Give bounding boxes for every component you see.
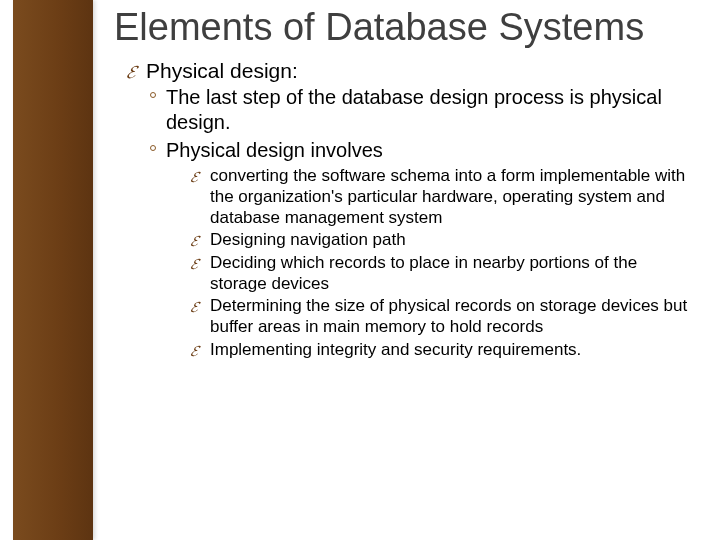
flourish-icon: 𝓔 bbox=[126, 62, 135, 84]
bullet-level1-text: Physical design: bbox=[146, 59, 298, 82]
bullet-level3: 𝓔 Deciding which records to place in nea… bbox=[190, 253, 690, 294]
bullet-level2: The last step of the database design pro… bbox=[150, 85, 690, 135]
bullet-level2-text: The last step of the database design pro… bbox=[166, 86, 662, 133]
left-accent-bar bbox=[13, 0, 93, 540]
flourish-icon: 𝓔 bbox=[190, 255, 198, 273]
bullet-level1: 𝓔 Physical design: bbox=[126, 58, 690, 83]
circle-bullet-icon bbox=[150, 145, 156, 151]
bullet-level3-text: Deciding which records to place in nearb… bbox=[210, 253, 637, 293]
bullet-level3-text: Determining the size of physical records… bbox=[210, 296, 687, 336]
flourish-icon: 𝓔 bbox=[190, 168, 198, 186]
circle-bullet-icon bbox=[150, 92, 156, 98]
bullet-level3: 𝓔 converting the software schema into a … bbox=[190, 166, 690, 228]
slide-title: Elements of Database Systems bbox=[114, 8, 690, 48]
bullet-level2: Physical design involves bbox=[150, 138, 690, 163]
bullet-level2-text: Physical design involves bbox=[166, 139, 383, 161]
flourish-icon: 𝓔 bbox=[190, 232, 198, 250]
bullet-level3-text: converting the software schema into a fo… bbox=[210, 166, 685, 226]
bullet-level3-text: Implementing integrity and security requ… bbox=[210, 340, 581, 359]
bullet-level3: 𝓔 Implementing integrity and security re… bbox=[190, 340, 690, 361]
slide: Elements of Database Systems 𝓔 Physical … bbox=[0, 0, 720, 540]
flourish-icon: 𝓔 bbox=[190, 298, 198, 316]
level2-list: The last step of the database design pro… bbox=[150, 85, 690, 361]
flourish-icon: 𝓔 bbox=[190, 342, 198, 360]
bullet-level3-text: Designing navigation path bbox=[210, 230, 406, 249]
slide-body: 𝓔 Physical design: The last step of the … bbox=[126, 58, 690, 361]
level3-list: 𝓔 converting the software schema into a … bbox=[190, 166, 690, 361]
bullet-level3: 𝓔 Designing navigation path bbox=[190, 230, 690, 251]
bullet-level3: 𝓔 Determining the size of physical recor… bbox=[190, 296, 690, 337]
